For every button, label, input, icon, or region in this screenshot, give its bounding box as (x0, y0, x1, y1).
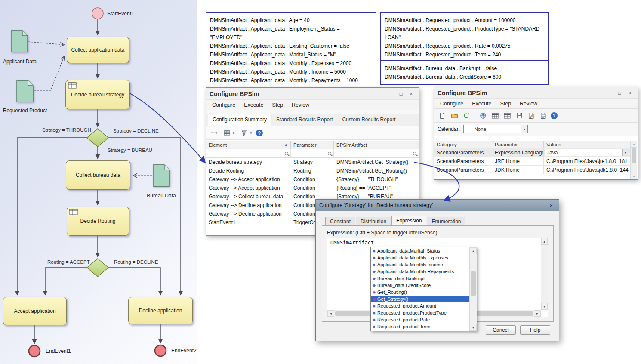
vertical-scrollbar[interactable]: ▲ ▼ (630, 141, 637, 179)
gateway-routing[interactable] (87, 259, 108, 277)
scrollbar-thumb[interactable] (471, 271, 476, 296)
editor-vertical-scrollbar[interactable]: ▲ ▼ (541, 238, 548, 310)
cell-parameter: Routing (291, 168, 334, 174)
end-event-2[interactable] (155, 345, 166, 356)
document-requested-product[interactable] (16, 80, 34, 104)
end-event-1[interactable] (29, 345, 40, 357)
column-label: Values (546, 142, 561, 147)
scroll-up-icon[interactable]: ▲ (631, 141, 637, 148)
summary-grid-header: Element▲ Parameter BPSimArtifact (206, 141, 419, 149)
column-header-parameter[interactable]: Parameter (291, 141, 334, 149)
dialog-titlebar[interactable]: Configure 'Strategy' for 'Decide bureau … (316, 200, 559, 211)
task-decline-application[interactable]: Decline application (128, 297, 193, 324)
scroll-up-icon[interactable]: ▲ (470, 247, 477, 254)
window-titlebar[interactable]: Configure BPSim □ × (434, 87, 638, 99)
tab-expression[interactable]: Expression (391, 216, 426, 226)
tab-custom-results-report[interactable]: Custom Results Report (337, 114, 400, 126)
expression-language-select[interactable]: Java ▾ (545, 149, 629, 156)
start-event[interactable] (92, 8, 103, 19)
scroll-up-icon[interactable]: ▲ (541, 238, 548, 245)
task-accept-application[interactable]: Accept application (3, 297, 67, 325)
task-decide-routing[interactable]: Decide Routing (67, 207, 129, 236)
list-item[interactable]: ◆Bureau_data.Bankrupt (371, 275, 469, 282)
menu-review[interactable]: Review (515, 101, 542, 107)
table-row[interactable]: Gateway --> Accept application Condition… (206, 184, 419, 192)
list-item[interactable]: ◆Applicant_data.Marital_Status (371, 247, 469, 254)
menu-configure[interactable]: Configure (208, 102, 240, 108)
configure-strategy-dialog: Configure 'Strategy' for 'Decide bureau … (315, 199, 559, 341)
list-item[interactable]: ◆Requested_product.ProductType (371, 309, 469, 316)
edit-template-icon[interactable] (539, 111, 548, 120)
task-collect-application-data[interactable]: Collect application data (67, 37, 129, 63)
scrollbar-thumb[interactable] (632, 148, 636, 163)
table-icon[interactable] (490, 111, 500, 120)
task-collect-bureau-data[interactable]: Collect bureau data (66, 160, 130, 190)
tab-standard-results-report[interactable]: Standard Results Report (271, 114, 337, 126)
column-header-category[interactable]: Category (434, 141, 492, 148)
cell-parameter: Condition (291, 185, 334, 191)
intellisense-scrollbar[interactable]: ▲ ▼ (469, 247, 477, 331)
table-row[interactable]: Decide bureau strategy Strategy DMNSimAr… (206, 158, 419, 167)
list-item-selected[interactable]: ◆Get_Strategy() (371, 296, 469, 302)
tab-configuration-summary[interactable]: Configuration Summary (208, 114, 271, 126)
document-applicant-data[interactable] (11, 30, 28, 54)
filter-element[interactable] (206, 149, 291, 157)
close-icon[interactable]: × (626, 90, 634, 96)
help-button[interactable]: Help (520, 325, 550, 335)
filter-bpsimartifact[interactable] (334, 149, 419, 157)
menu-review[interactable]: Review (287, 102, 314, 108)
export-grid-button[interactable]: ▾ (221, 127, 236, 139)
column-header-bpsimartifact[interactable]: BPSimArtifact (334, 141, 419, 149)
table-row[interactable]: ScenarioParameters JRE Home C:\Program F… (434, 157, 630, 166)
list-item[interactable]: ◆Applicant_data.Monthly.Income (371, 261, 469, 268)
annotation-line: DMNSimArtifact . Applicant_data . Marita… (210, 50, 372, 59)
list-options-button[interactable]: ≡ ▾ (210, 129, 219, 137)
table-row[interactable]: Gateway --> Accept application Condition… (206, 175, 419, 184)
scroll-right-icon[interactable]: ► (534, 310, 541, 317)
maximize-icon[interactable]: □ (397, 91, 405, 96)
menu-execute[interactable]: Execute (468, 101, 496, 107)
globe-icon[interactable] (478, 111, 488, 120)
filter-button[interactable]: ▾ (238, 127, 253, 139)
task-decide-bureau-strategy[interactable]: Decide bureau strategy (65, 80, 130, 109)
help-icon[interactable]: ? (256, 130, 263, 136)
edit-report-icon[interactable] (527, 111, 536, 120)
scroll-left-icon[interactable]: ◄ (327, 310, 334, 317)
list-item[interactable]: ◆Applicant_data.Monthly.Repayments (371, 268, 469, 275)
help-icon[interactable]: ? (551, 112, 558, 119)
maximize-icon[interactable]: □ (615, 90, 624, 96)
scrollbar-track[interactable] (541, 245, 548, 303)
filter-parameter[interactable] (291, 149, 334, 157)
table-row[interactable]: ScenarioParameters Expression Language J… (434, 148, 630, 157)
window-titlebar[interactable]: Configure BPSim □ × (206, 88, 419, 100)
menu-step[interactable]: Step (496, 101, 515, 107)
menu-step[interactable]: Step (268, 102, 287, 108)
scroll-down-icon[interactable]: ▼ (470, 324, 477, 331)
column-header-values[interactable]: Values (544, 141, 630, 148)
refresh-icon[interactable] (462, 111, 471, 120)
save-icon[interactable] (515, 111, 524, 120)
new-document-icon[interactable] (438, 111, 447, 120)
document-bureau-data[interactable] (153, 164, 170, 188)
list-item[interactable]: ◆Requested_product.Rate (371, 316, 469, 323)
column-header-element[interactable]: Element▲ (206, 141, 291, 149)
table-row[interactable]: ScenarioParameters JDK Home C:\Program F… (434, 166, 630, 174)
calendar-select[interactable]: ---- None ---- ▾ (463, 125, 528, 133)
menu-execute[interactable]: Execute (240, 102, 268, 108)
list-item[interactable]: ◆Applicant_data.Monthly.Expenses (371, 254, 469, 261)
list-item[interactable]: ◆Bureau_data.CreditScore (371, 282, 469, 289)
open-folder-icon[interactable] (450, 111, 459, 120)
close-icon[interactable]: × (547, 202, 555, 209)
list-item[interactable]: ◆Requested_product.Term (371, 323, 469, 330)
list-item[interactable]: ◆Requested_product.Amount (371, 302, 469, 309)
table-row[interactable]: Decide Routing Routing DMNSimArtifact.Ge… (206, 167, 419, 175)
list-item[interactable]: ◆Get_Routing() (371, 289, 469, 296)
close-icon[interactable]: × (407, 91, 416, 96)
scrollbar-track[interactable] (470, 254, 477, 324)
scroll-down-icon[interactable]: ▼ (541, 303, 548, 310)
number-table-icon[interactable] (502, 111, 512, 120)
menu-configure[interactable]: Configure (436, 101, 468, 107)
cancel-button[interactable]: Cancel (486, 325, 516, 335)
column-header-parameter[interactable]: Parameter (492, 141, 544, 148)
scroll-down-icon[interactable]: ▼ (631, 173, 637, 179)
